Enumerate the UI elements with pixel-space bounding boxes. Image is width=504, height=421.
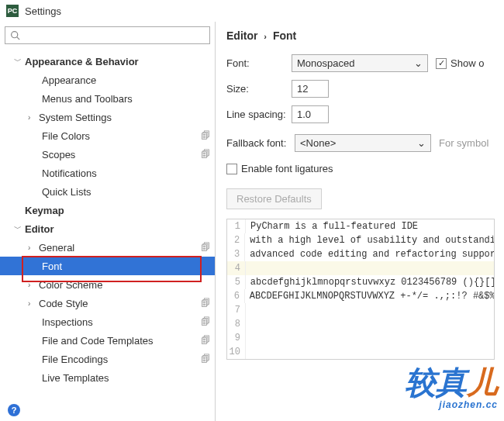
tree-quick-lists[interactable]: Quick Lists [0, 182, 215, 201]
font-label: Font: [226, 57, 292, 69]
tree-general[interactable]: ›General🗐 [0, 238, 215, 257]
size-input[interactable]: 12 [292, 80, 329, 98]
chevron-right-icon: › [28, 113, 37, 122]
chevron-down-icon: ﹀ [14, 223, 23, 234]
checkbox-icon: ✓ [436, 58, 447, 69]
tree-notifications[interactable]: Notifications [0, 164, 215, 182]
scope-icon: 🗐 [201, 130, 210, 141]
size-label: Size: [226, 83, 292, 95]
font-preview: 1PyCharm is a full-featured IDE 2with a … [226, 219, 495, 360]
chevron-right-icon: › [264, 32, 267, 41]
scope-icon: 🗐 [201, 354, 210, 364]
svg-line-1 [17, 37, 19, 40]
tree-editor[interactable]: ﹀Editor [0, 219, 215, 238]
tree-code-style[interactable]: ›Code Style🗐 [0, 294, 215, 312]
ligatures-checkbox[interactable]: Enable font ligatures [226, 163, 333, 174]
chevron-right-icon: › [28, 281, 37, 289]
tree-appearance-behavior[interactable]: ﹀Appearance & Behavior [0, 52, 215, 71]
help-icon[interactable]: ? [8, 404, 20, 416]
tree-color-scheme[interactable]: ›Color Scheme [0, 275, 215, 294]
spacing-input[interactable]: 1.0 [292, 105, 329, 123]
tree-menus-toolbars[interactable]: Menus and Toolbars [0, 89, 215, 108]
watermark: 较真儿 jiaozhen.cc [405, 361, 498, 410]
scope-icon: 🗐 [201, 335, 210, 346]
tree-system-settings[interactable]: ›System Settings [0, 108, 215, 126]
tree-file-colors[interactable]: File Colors🗐 [0, 126, 215, 145]
search-icon [10, 30, 20, 40]
font-select[interactable]: Monospaced ⌄ [292, 54, 428, 72]
scope-icon: 🗐 [201, 316, 210, 327]
search-field[interactable] [23, 29, 205, 41]
fallback-label: Fallback font: [226, 137, 295, 149]
scope-icon: 🗐 [201, 298, 210, 309]
scope-icon: 🗐 [201, 242, 210, 253]
show-only-checkbox[interactable]: ✓ Show o [436, 57, 484, 69]
fallback-select[interactable]: <None> ⌄ [295, 134, 431, 152]
settings-tree: ﹀Appearance & Behavior Appearance Menus … [0, 49, 215, 399]
window-title: Settings [25, 5, 61, 17]
sidebar: ﹀Appearance & Behavior Appearance Menus … [0, 22, 216, 421]
spacing-label: Line spacing: [226, 109, 292, 120]
checkbox-icon [226, 164, 237, 174]
tree-live-templates[interactable]: Live Templates [0, 368, 215, 387]
breadcrumb: Editor › Font [226, 29, 504, 42]
tree-appearance[interactable]: Appearance [0, 71, 215, 89]
tree-file-encodings[interactable]: File Encodings🗐 [0, 350, 215, 368]
titlebar: PC Settings [0, 0, 504, 22]
chevron-down-icon: ⌄ [414, 57, 423, 69]
svg-point-0 [12, 32, 18, 38]
tree-font[interactable]: Font [0, 257, 215, 275]
app-icon: PC [6, 5, 19, 17]
tree-keymap[interactable]: Keymap [0, 201, 215, 219]
search-input[interactable] [5, 26, 210, 44]
tree-inspections[interactable]: Inspections🗐 [0, 312, 215, 331]
scope-icon: 🗐 [201, 149, 210, 160]
restore-defaults-button: Restore Defaults [226, 188, 322, 209]
chevron-down-icon: ⌄ [417, 137, 426, 149]
tree-scopes[interactable]: Scopes🗐 [0, 145, 215, 164]
tree-file-code-templates[interactable]: File and Code Templates🗐 [0, 331, 215, 350]
chevron-down-icon: ﹀ [14, 56, 23, 67]
chevron-right-icon: › [28, 243, 37, 252]
chevron-right-icon: › [28, 299, 37, 308]
fallback-hint: For symbol [439, 137, 488, 149]
